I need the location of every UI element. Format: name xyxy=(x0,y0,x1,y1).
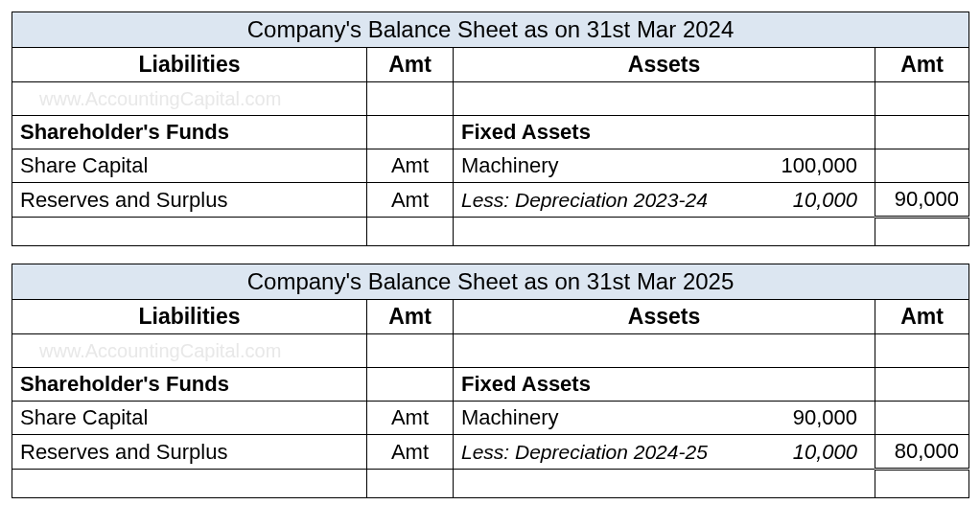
reserves-amt: Amt xyxy=(367,183,454,218)
share-capital-amt: Amt xyxy=(367,402,454,435)
empty-cell xyxy=(875,149,969,183)
empty-cell xyxy=(367,82,454,116)
empty-cell xyxy=(367,334,454,368)
empty-cell xyxy=(12,218,367,246)
empty-cell xyxy=(875,402,969,435)
machinery-label: Machinery xyxy=(461,405,558,430)
table-row: Share Capital Amt Machinery 90,000 xyxy=(12,402,969,435)
table-row: Share Capital Amt Machinery 100,000 xyxy=(12,149,969,183)
empty-cell xyxy=(875,368,969,402)
table-header-row: Liabilities Amt Assets Amt xyxy=(12,300,969,334)
watermark-cell: www.AccountingCapital.com xyxy=(12,82,367,116)
balance-sheet-2024: Company's Balance Sheet as on 31st Mar 2… xyxy=(12,11,969,246)
depreciation-value: 10,000 xyxy=(793,188,857,213)
shareholders-funds-label: Shareholder's Funds xyxy=(12,368,367,402)
depreciation-label: Less: Depreciation 2023-24 xyxy=(461,189,708,212)
watermark-text: www.AccountingCapital.com xyxy=(20,88,281,109)
table-row xyxy=(12,218,969,246)
empty-cell xyxy=(454,218,875,246)
reserves-label: Reserves and Surplus xyxy=(12,435,367,470)
empty-cell xyxy=(875,470,969,498)
reserves-amt: Amt xyxy=(367,435,454,470)
col-amt-2: Amt xyxy=(875,48,969,82)
sheet-title: Company's Balance Sheet as on 31st Mar 2… xyxy=(12,12,969,48)
depreciation-cell: Less: Depreciation 2023-24 10,000 xyxy=(454,183,875,218)
watermark-text: www.AccountingCapital.com xyxy=(20,340,281,361)
empty-cell xyxy=(367,116,454,149)
table-row: www.AccountingCapital.com xyxy=(12,334,969,368)
empty-cell xyxy=(875,82,969,116)
col-liabilities: Liabilities xyxy=(12,48,367,82)
table-row: Reserves and Surplus Amt Less: Depreciat… xyxy=(12,183,969,218)
empty-cell xyxy=(454,470,875,498)
share-capital-label: Share Capital xyxy=(12,402,367,435)
share-capital-label: Share Capital xyxy=(12,149,367,183)
net-value: 80,000 xyxy=(875,435,969,470)
machinery-cell: Machinery 90,000 xyxy=(454,402,875,435)
machinery-cell: Machinery 100,000 xyxy=(454,149,875,183)
watermark-cell: www.AccountingCapital.com xyxy=(12,334,367,368)
depreciation-cell: Less: Depreciation 2024-25 10,000 xyxy=(454,435,875,470)
empty-cell xyxy=(12,470,367,498)
col-liabilities: Liabilities xyxy=(12,300,367,334)
fixed-assets-label: Fixed Assets xyxy=(454,368,875,402)
table-row: Shareholder's Funds Fixed Assets xyxy=(12,368,969,402)
net-value: 90,000 xyxy=(875,183,969,218)
table-row: Reserves and Surplus Amt Less: Depreciat… xyxy=(12,435,969,470)
table-row: www.AccountingCapital.com xyxy=(12,82,969,116)
empty-cell xyxy=(367,218,454,246)
col-amt-1: Amt xyxy=(367,48,454,82)
shareholders-funds-label: Shareholder's Funds xyxy=(12,116,367,149)
depreciation-label: Less: Depreciation 2024-25 xyxy=(461,441,708,464)
empty-cell xyxy=(367,368,454,402)
table-title-row: Company's Balance Sheet as on 31st Mar 2… xyxy=(12,12,969,48)
empty-cell xyxy=(454,334,875,368)
col-amt-1: Amt xyxy=(367,300,454,334)
empty-cell xyxy=(454,82,875,116)
table-title-row: Company's Balance Sheet as on 31st Mar 2… xyxy=(12,264,969,300)
balance-sheet-2025: Company's Balance Sheet as on 31st Mar 2… xyxy=(12,264,969,498)
depreciation-value: 10,000 xyxy=(793,440,857,465)
empty-cell xyxy=(875,218,969,246)
fixed-assets-label: Fixed Assets xyxy=(454,116,875,149)
col-amt-2: Amt xyxy=(875,300,969,334)
empty-cell xyxy=(367,470,454,498)
machinery-value: 100,000 xyxy=(781,153,857,178)
machinery-value: 90,000 xyxy=(793,405,857,430)
share-capital-amt: Amt xyxy=(367,149,454,183)
sheet-title: Company's Balance Sheet as on 31st Mar 2… xyxy=(12,264,969,300)
machinery-label: Machinery xyxy=(461,153,558,178)
table-row xyxy=(12,470,969,498)
table-row: Shareholder's Funds Fixed Assets xyxy=(12,116,969,149)
empty-cell xyxy=(875,334,969,368)
col-assets: Assets xyxy=(454,300,875,334)
reserves-label: Reserves and Surplus xyxy=(12,183,367,218)
table-header-row: Liabilities Amt Assets Amt xyxy=(12,48,969,82)
col-assets: Assets xyxy=(454,48,875,82)
empty-cell xyxy=(875,116,969,149)
